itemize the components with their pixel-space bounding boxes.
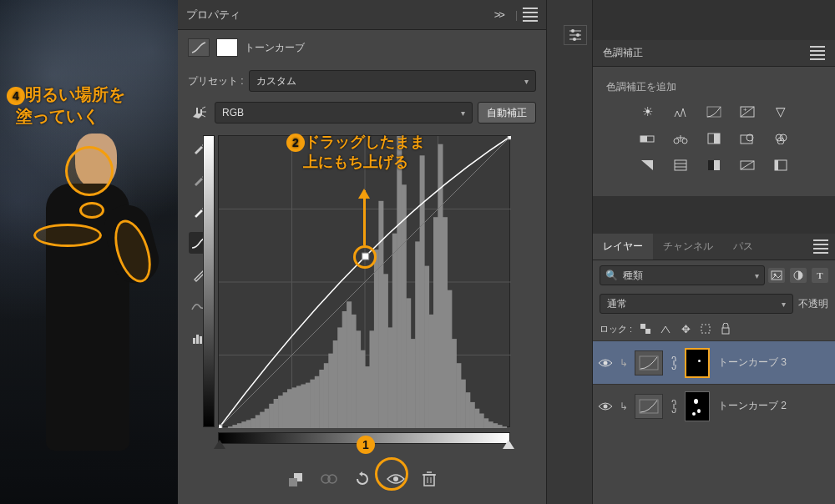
view-previous-icon[interactable] [319, 469, 339, 489]
svg-rect-31 [319, 370, 324, 428]
svg-rect-40 [361, 350, 366, 428]
preset-select[interactable]: カスタム▾ [249, 70, 536, 92]
svg-text:+: + [743, 106, 747, 113]
panel-menu-icon[interactable] [810, 46, 825, 60]
collapse-button[interactable]: >> [494, 8, 504, 21]
invert-icon[interactable] [636, 156, 658, 174]
svg-point-99 [682, 139, 687, 144]
annotation-badge-2: 2 [286, 134, 305, 152]
svg-rect-59 [447, 290, 452, 428]
curve-grid[interactable] [218, 135, 510, 427]
tab-channels[interactable]: チャンネル [653, 234, 723, 260]
svg-point-126 [604, 360, 608, 365]
photo-filter-icon[interactable] [736, 129, 758, 148]
svg-rect-43 [374, 249, 379, 428]
panel-menu-icon[interactable] [813, 239, 828, 254]
auto-button[interactable]: 自動補正 [478, 102, 536, 123]
targeted-adjust-icon[interactable] [188, 103, 210, 122]
channel-select[interactable]: RGB▾ [215, 102, 473, 123]
layer-mask-thumbnail[interactable] [685, 348, 710, 378]
mask-icon[interactable] [216, 38, 238, 57]
svg-rect-70 [498, 425, 503, 428]
layer-mask-thumbnail[interactable] [685, 391, 710, 421]
preset-row: プリセット : カスタム▾ [178, 65, 546, 97]
svg-rect-35 [337, 327, 342, 428]
adjustments-tab[interactable]: 色調補正 [593, 40, 835, 67]
link-mask-icon[interactable] [668, 356, 680, 370]
svg-rect-74 [219, 425, 222, 428]
annotation-circle-clip-button [375, 457, 408, 491]
selective-color-icon[interactable] [770, 156, 792, 174]
lock-position-icon[interactable]: ✥ [679, 322, 692, 335]
curves-editor[interactable]: 2ドラッグしたまま 上にもち上げる 1 [218, 134, 536, 454]
reset-icon[interactable] [352, 469, 372, 489]
tab-layers[interactable]: レイヤー [593, 234, 653, 260]
adjustment-thumbnail[interactable] [635, 394, 663, 419]
adjustments-dock-icon[interactable] [564, 25, 587, 45]
white-point-slider[interactable] [503, 440, 514, 449]
tab-paths[interactable]: パス [723, 234, 763, 260]
opacity-label: 不透明 [798, 297, 828, 311]
svg-rect-66 [479, 414, 484, 429]
lock-all-icon[interactable] [719, 322, 732, 335]
svg-rect-51 [411, 339, 416, 428]
visibility-icon[interactable] [598, 355, 613, 370]
svg-rect-50 [406, 298, 411, 428]
bw-icon[interactable] [703, 129, 725, 148]
svg-rect-37 [347, 301, 352, 428]
layers-panel: レイヤー チャンネル パス 🔍 種類 ▾ T 通常▾ 不透明 ロック : ✥ 3… [593, 234, 835, 504]
svg-rect-29 [310, 380, 315, 428]
canvas-preview[interactable]: 4明るい場所を 塗っていく [0, 0, 178, 504]
blend-row: 通常▾ 不透明 [593, 290, 835, 317]
layer-item[interactable]: ↳ トーンカーブ 2 [593, 384, 835, 427]
annotation-ellipse-neck [79, 202, 104, 219]
hue-icon[interactable] [636, 129, 658, 148]
layer-filter-select[interactable]: 🔍 種類 ▾ [600, 265, 765, 285]
svg-point-90 [576, 33, 579, 37]
svg-rect-19 [265, 409, 270, 428]
link-mask-icon[interactable] [668, 400, 680, 413]
svg-rect-103 [714, 134, 720, 144]
svg-rect-41 [365, 366, 370, 428]
svg-rect-69 [493, 423, 498, 428]
svg-rect-129 [640, 400, 658, 413]
svg-rect-23 [283, 392, 288, 428]
filter-adjust-icon[interactable] [790, 268, 807, 283]
svg-rect-32 [324, 363, 329, 428]
color-balance-icon[interactable] [670, 129, 691, 148]
delete-icon[interactable] [419, 469, 439, 489]
exposure-icon[interactable]: + [736, 103, 758, 121]
layer-name[interactable]: トーンカーブ 2 [718, 399, 787, 413]
lock-image-icon[interactable] [659, 322, 672, 335]
svg-rect-34 [333, 340, 338, 428]
threshold-icon[interactable] [703, 156, 725, 174]
levels-icon[interactable] [670, 103, 691, 121]
lock-transparent-icon[interactable] [639, 322, 652, 335]
clip-to-layer-icon[interactable] [286, 469, 306, 489]
svg-rect-127 [640, 356, 658, 370]
layer-item[interactable]: ↳ トーンカーブ 3 [593, 340, 835, 384]
curves-adj-icon[interactable] [703, 103, 725, 121]
filter-pixel-icon[interactable] [768, 268, 785, 283]
channel-mixer-icon[interactable] [770, 129, 792, 148]
adjustment-thumbnail[interactable] [635, 350, 663, 375]
blend-mode-select[interactable]: 通常▾ [600, 294, 793, 314]
lock-artboard-icon[interactable] [699, 322, 712, 335]
svg-rect-45 [383, 274, 388, 428]
annotation-circle-midpoint [353, 245, 377, 269]
layer-name[interactable]: トーンカーブ 3 [718, 355, 787, 370]
svg-rect-61 [456, 363, 461, 428]
visibility-icon[interactable] [598, 399, 613, 414]
posterize-icon[interactable] [670, 156, 691, 174]
gradient-map-icon[interactable] [736, 156, 758, 174]
lock-label: ロック : [600, 323, 632, 335]
svg-rect-47 [392, 234, 397, 428]
filter-text-icon[interactable]: T [812, 268, 828, 283]
black-point-slider[interactable] [214, 440, 225, 449]
svg-rect-46 [387, 327, 392, 428]
brightness-icon[interactable]: ☀ [636, 103, 658, 121]
svg-rect-123 [645, 329, 650, 334]
vibrance-icon[interactable]: ▽ [770, 103, 792, 121]
annotation-ellipse-chest [33, 224, 102, 247]
panel-menu-icon[interactable] [523, 8, 538, 22]
